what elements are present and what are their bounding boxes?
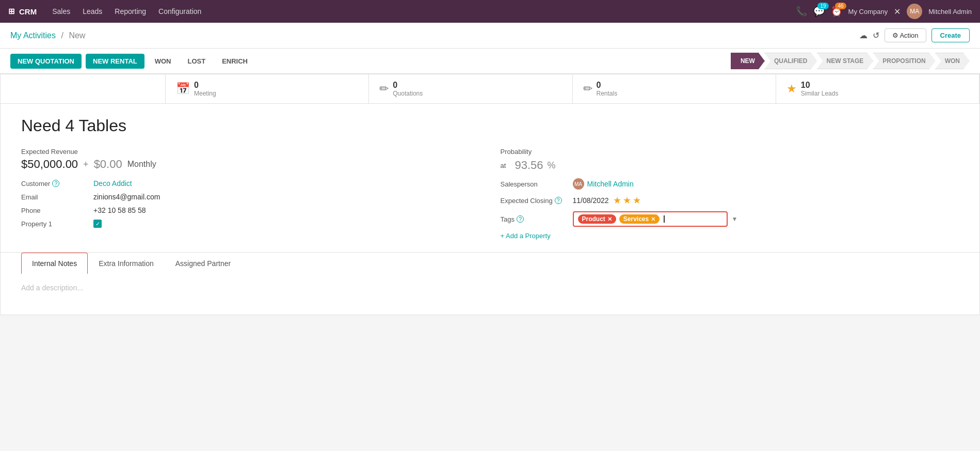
customer-help[interactable]: ?: [52, 180, 59, 187]
clock-badge: 46: [835, 3, 846, 9]
lead-title[interactable]: Need 4 Tables: [21, 116, 959, 135]
company-name: My Company: [848, 8, 888, 15]
email-row: Email zinions4@gmail.com: [21, 193, 470, 201]
new-rental-button[interactable]: NEW RENTAL: [86, 54, 144, 69]
breadcrumb: My Activities / New: [10, 31, 854, 40]
stat-meeting[interactable]: 📅 0 Meeting: [166, 74, 369, 103]
stage-new-stage[interactable]: NEW STAGE: [817, 53, 874, 69]
phone-value[interactable]: +32 10 58 85 58: [93, 206, 146, 214]
stage-qualified[interactable]: QUALIFIED: [764, 53, 817, 69]
stat-rentals[interactable]: ✏ 0 Rentals: [573, 74, 776, 103]
probability-row: at 93.56 %: [501, 159, 959, 172]
revenue-amount[interactable]: $50,000.00: [21, 158, 78, 171]
revenue-row: $50,000.00 + $0.00 Monthly: [21, 158, 470, 171]
tab-extra-information[interactable]: Extra Information: [88, 253, 165, 274]
email-value[interactable]: zinions4@gmail.com: [93, 193, 160, 201]
add-property-label: + Add a Property: [501, 232, 551, 240]
refresh-icon[interactable]: ↺: [873, 30, 879, 40]
closing-help[interactable]: ?: [555, 197, 562, 204]
closing-value[interactable]: 11/08/2022: [573, 196, 609, 205]
tag-services[interactable]: Services ✕: [619, 214, 660, 224]
salesperson-value[interactable]: Mitchell Admin: [587, 180, 634, 188]
customer-value[interactable]: Deco Addict: [93, 179, 132, 188]
property1-checkbox[interactable]: ✓: [93, 220, 102, 228]
nav-sales[interactable]: Sales: [47, 5, 75, 18]
tag-services-close[interactable]: ✕: [651, 216, 655, 223]
phone-row: Phone +32 10 58 85 58: [21, 206, 470, 214]
create-button[interactable]: Create: [931, 28, 970, 42]
tags-input[interactable]: Product ✕ Services ✕: [573, 211, 728, 227]
won-button[interactable]: WON: [149, 54, 178, 69]
breadcrumb-separator: /: [61, 31, 63, 40]
prob-at: at: [501, 162, 511, 169]
tags-label: Tags ?: [501, 215, 573, 223]
support-icon[interactable]: 📞: [796, 6, 807, 17]
rentals-icon: ✏: [583, 82, 592, 96]
property1-label: Property 1: [21, 220, 93, 228]
quotation-icon: ✏: [379, 82, 389, 96]
tags-help[interactable]: ?: [517, 215, 524, 223]
chat-badge: 19: [817, 3, 828, 9]
stage-won[interactable]: WON: [935, 53, 970, 69]
probability-label: Probability: [501, 148, 573, 155]
stats-bar: 📅 0 Meeting ✏ 0 Quotations ✏: [1, 74, 979, 104]
app-name: CRM: [19, 7, 37, 16]
action-button[interactable]: ⚙ Action: [885, 28, 926, 42]
description-placeholder: Add a description...: [21, 284, 83, 292]
app-icon[interactable]: ⊞ CRM: [8, 7, 37, 16]
customer-row: Customer ? Deco Addict: [21, 179, 470, 188]
fields-left: Expected Revenue $50,000.00 + $0.00 Mont…: [21, 148, 490, 240]
closing-row: Expected Closing ? 11/08/2022 ★ ★ ★: [501, 195, 959, 206]
customer-label: Customer ?: [21, 180, 93, 188]
closing-stars: ★ ★ ★: [613, 195, 641, 206]
nav-reporting[interactable]: Reporting: [109, 5, 151, 18]
nav-configuration[interactable]: Configuration: [153, 5, 206, 18]
stage-new[interactable]: NEW: [731, 53, 765, 69]
lost-button[interactable]: LOST: [182, 54, 212, 69]
description-area[interactable]: Add a description...: [1, 273, 979, 315]
stage-proposition[interactable]: PROPOSITION: [873, 53, 935, 69]
chat-icon[interactable]: 💬 19: [813, 6, 825, 17]
tag-product[interactable]: Product ✕: [578, 214, 616, 224]
similar-leads-count: 10: [801, 81, 839, 90]
enrich-button[interactable]: ENRICH: [216, 54, 254, 69]
meeting-count: 0: [194, 81, 216, 90]
stats-bar-right: 📅 0 Meeting ✏ 0 Quotations ✏: [166, 74, 979, 103]
revenue-extra[interactable]: $0.00: [94, 158, 122, 171]
salesperson-label: Salesperson: [501, 180, 573, 188]
breadcrumb-part1[interactable]: My Activities: [10, 31, 56, 40]
form-card: 📅 0 Meeting ✏ 0 Quotations ✏: [0, 74, 980, 315]
tags-cursor: [664, 215, 665, 223]
new-quotation-button[interactable]: NEW QUOTATION: [10, 54, 82, 69]
avatar[interactable]: MA: [907, 4, 922, 19]
star-1[interactable]: ★: [613, 195, 621, 206]
quotation-count: 0: [393, 81, 423, 90]
star-3[interactable]: ★: [633, 195, 641, 206]
breadcrumb-part2: New: [69, 31, 85, 40]
upload-icon[interactable]: ☁: [859, 30, 867, 40]
tag-product-close[interactable]: ✕: [607, 216, 612, 223]
email-label: Email: [21, 193, 93, 201]
stat-similar-leads[interactable]: ★ 10 Similar Leads: [776, 74, 979, 103]
expected-revenue-label: Expected Revenue: [21, 148, 93, 155]
stat-quotations[interactable]: ✏ 0 Quotations: [369, 74, 572, 103]
tab-internal-notes[interactable]: Internal Notes: [21, 253, 88, 274]
nav-leads[interactable]: Leads: [77, 5, 107, 18]
meeting-label: Meeting: [194, 90, 216, 97]
settings-icon[interactable]: ✕: [894, 7, 901, 17]
prob-value[interactable]: 93.56: [515, 159, 543, 172]
prob-pct: %: [548, 160, 556, 171]
similar-leads-icon: ★: [786, 82, 797, 96]
fields-grid: Expected Revenue $50,000.00 + $0.00 Mont…: [21, 148, 959, 240]
property1-row: Property 1 ✓: [21, 220, 470, 228]
phone-label: Phone: [21, 207, 93, 214]
star-2[interactable]: ★: [623, 195, 631, 206]
tab-assigned-partner[interactable]: Assigned Partner: [165, 253, 242, 274]
clock-icon[interactable]: ⏰ 46: [831, 6, 842, 17]
top-right-icons: 📞 💬 19 ⏰ 46 My Company ✕ MA Mitchell Adm…: [796, 4, 972, 19]
similar-leads-label: Similar Leads: [801, 90, 839, 97]
add-property[interactable]: + Add a Property: [501, 232, 959, 240]
fields-right: Probability at 93.56 % Salesperson MA Mi…: [490, 148, 959, 240]
tags-dropdown-arrow[interactable]: ▼: [732, 215, 738, 223]
revenue-period[interactable]: Monthly: [127, 160, 156, 169]
